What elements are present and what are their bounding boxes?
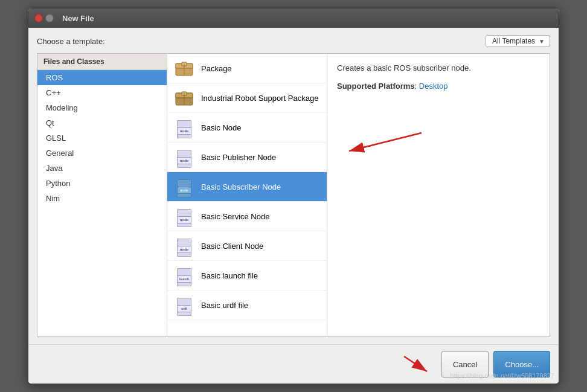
template-label-package: Package	[201, 64, 232, 73]
template-item-publisher-node[interactable]: node Basic Publisher Node	[167, 143, 327, 172]
template-label-subscriber-node: Basic Subscriber Node	[201, 182, 281, 191]
templates-dropdown[interactable]: All Templates ▼	[486, 35, 550, 47]
industrial-package-icon	[173, 87, 195, 109]
template-label-client-node: Basic Client Node	[201, 242, 263, 251]
svg-line-11	[349, 133, 422, 151]
left-panel-header: Files and Classes	[37, 54, 167, 70]
main-panel: Files and Classes ROS C++ Modeling Qt GL…	[37, 53, 550, 337]
sidebar-item-qt[interactable]: Qt	[37, 115, 167, 130]
platforms-value: Desktop	[419, 82, 448, 91]
sidebar-item-general[interactable]: General	[37, 146, 167, 161]
sidebar-item-cpp[interactable]: C++	[37, 85, 167, 100]
template-description: Creates a basic ROS subscriber node.	[337, 62, 540, 74]
dialog-content: Choose a template: All Templates ▼ Files…	[28, 28, 559, 344]
sidebar-item-glsl[interactable]: GLSL	[37, 130, 167, 146]
right-panel: Creates a basic ROS subscriber node. Sup…	[327, 54, 550, 336]
dropdown-label: All Templates	[492, 37, 535, 45]
platforms-label: Supported Platforms	[337, 82, 415, 91]
client-file-icon: node	[173, 235, 195, 257]
svg-line-13	[404, 356, 427, 371]
new-file-dialog: New File Choose a template: All Template…	[28, 8, 559, 384]
choose-template-label: Choose a template:	[37, 37, 105, 46]
sidebar-item-modeling[interactable]: Modeling	[37, 100, 167, 115]
template-item-launch-file[interactable]: launch Basic launch file	[167, 261, 327, 291]
close-button[interactable]	[34, 14, 43, 22]
template-item-service-node[interactable]: node Basic Service Node	[167, 202, 327, 231]
subscriber-file-icon: node	[173, 176, 195, 198]
arrow-annotation	[337, 127, 540, 177]
template-item-client-node[interactable]: node Basic Client Node	[167, 231, 327, 261]
chevron-down-icon: ▼	[539, 38, 545, 45]
publisher-file-icon: node	[173, 146, 195, 168]
titlebar: New File	[28, 8, 559, 28]
watermark: https://blog.csdn.net/lzw508170827	[451, 372, 554, 379]
red-arrow-svg	[337, 127, 434, 175]
titlebar-buttons	[34, 14, 54, 22]
launch-file-icon: launch	[173, 265, 195, 286]
template-item-industrial[interactable]: Industrial Robot Support Package	[167, 83, 327, 113]
middle-panel: Package Indus	[167, 54, 327, 336]
service-file-icon: node	[173, 205, 195, 227]
template-label-industrial: Industrial Robot Support Package	[201, 94, 318, 103]
urdf-file-icon: urdf	[173, 294, 195, 316]
dialog-title: New File	[62, 14, 94, 23]
sidebar-item-nim[interactable]: Nim	[37, 191, 167, 206]
supported-platforms: Supported Platforms: Desktop	[337, 82, 540, 91]
sidebar-item-ros[interactable]: ROS	[37, 70, 167, 85]
sidebar-item-java[interactable]: Java	[37, 161, 167, 176]
template-label-service-node: Basic Service Node	[201, 212, 269, 221]
node-file-icon: node	[173, 117, 195, 138]
template-item-urdf-file[interactable]: urdf Basic urdf file	[167, 291, 327, 320]
template-label-publisher-node: Basic Publisher Node	[201, 153, 276, 162]
left-panel: Files and Classes ROS C++ Modeling Qt GL…	[37, 54, 167, 336]
template-label-urdf-file: Basic urdf file	[201, 301, 248, 310]
minimize-button[interactable]	[45, 14, 54, 22]
template-item-subscriber-node[interactable]: node Basic Subscriber Node	[167, 172, 327, 202]
choose-arrow-svg	[398, 353, 434, 378]
header-row: Choose a template: All Templates ▼	[37, 35, 550, 47]
package-icon	[173, 57, 195, 79]
template-item-package[interactable]: Package	[167, 54, 327, 83]
template-label-basic-node: Basic Node	[201, 123, 241, 132]
sidebar-item-python[interactable]: Python	[37, 176, 167, 191]
template-item-basic-node[interactable]: node Basic Node	[167, 113, 327, 143]
template-label-launch-file: Basic launch file	[201, 271, 258, 280]
